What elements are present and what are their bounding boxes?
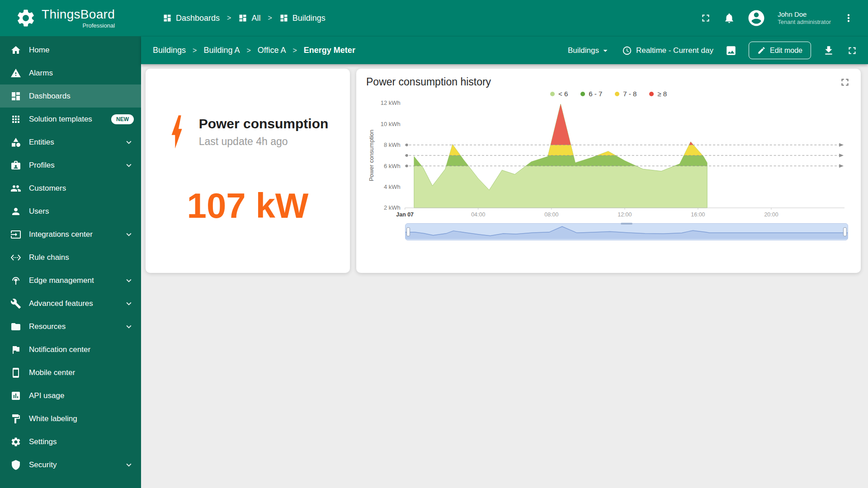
sidebar-item-label: Rule chains xyxy=(29,253,134,262)
breadcrumb-label: All xyxy=(251,14,260,23)
download-button[interactable] xyxy=(823,45,835,56)
fullscreen-button[interactable] xyxy=(700,12,712,24)
legend-item-8[interactable]: ≥ 8 xyxy=(649,90,667,98)
sidebar-item-profiles[interactable]: Profiles xyxy=(0,154,141,177)
legend-dot xyxy=(580,92,585,96)
widget-expand-button[interactable] xyxy=(839,76,851,88)
chevron-down-icon xyxy=(124,160,134,170)
settings-icon xyxy=(10,436,21,447)
dashboard-breadcrumb-item-buildings[interactable]: Buildings xyxy=(153,46,186,55)
legend-item-6[interactable]: < 6 xyxy=(550,90,568,98)
sidebar-item-edge-management[interactable]: Edge management xyxy=(0,269,141,292)
top-breadcrumb-item-all[interactable]: All xyxy=(238,14,260,23)
svg-text:04:00: 04:00 xyxy=(471,211,485,218)
power-consumption-widget: Power consumption Last update 4h ago 107… xyxy=(146,69,350,273)
sidebar-item-label: Dashboards xyxy=(29,92,134,101)
sidebar-item-home[interactable]: Home xyxy=(0,38,141,61)
sidebar-item-label: Resources xyxy=(29,322,116,331)
sidebar-item-dashboards[interactable]: Dashboards xyxy=(0,84,141,108)
notifications-button[interactable] xyxy=(723,12,735,24)
svg-text:20:00: 20:00 xyxy=(764,211,778,218)
sidebar-item-entities[interactable]: Entities xyxy=(0,131,141,154)
chevron-down-icon xyxy=(124,460,134,470)
dashboards-icon xyxy=(238,14,247,23)
sidebar-item-label: Security xyxy=(29,460,116,469)
dashboard-content: Power consumption Last update 4h ago 107… xyxy=(141,64,868,488)
dashboard-breadcrumb-item-office-a[interactable]: Office A xyxy=(258,46,286,55)
chevron-down-icon xyxy=(124,276,134,286)
sidebar-item-settings[interactable]: Settings xyxy=(0,430,141,453)
sidebar-item-label: Edge management xyxy=(29,276,116,285)
legend-label: < 6 xyxy=(558,90,568,98)
sidebar-item-advanced-features[interactable]: Advanced features xyxy=(0,292,141,315)
sidebar: HomeAlarmsDashboardsSolution templatesNE… xyxy=(0,36,141,488)
legend-dot xyxy=(550,92,555,96)
sidebar-item-mobile-center[interactable]: Mobile center xyxy=(0,361,141,384)
sidebar-item-users[interactable]: Users xyxy=(0,200,141,223)
legend-item-7-8[interactable]: 7 - 8 xyxy=(615,90,637,98)
chevron-down-icon xyxy=(124,137,134,147)
breadcrumb-separator: > xyxy=(193,47,197,55)
sidebar-item-label: Advanced features xyxy=(29,299,116,308)
people-icon xyxy=(10,183,21,194)
person-icon xyxy=(10,206,21,217)
sidebar-item-customers[interactable]: Customers xyxy=(0,177,141,200)
paint-icon xyxy=(10,413,21,424)
dashboard-breadcrumb-item-building-a[interactable]: Building A xyxy=(203,46,240,55)
input-icon xyxy=(10,229,21,240)
dashboard-toolbar: Buildings>Building A>Office A>Energy Met… xyxy=(141,36,868,64)
sidebar-item-label: Alarms xyxy=(29,69,134,78)
brush-notch[interactable] xyxy=(621,223,632,225)
sidebar-item-security[interactable]: Security xyxy=(0,453,141,476)
app-name: ThingsBoard xyxy=(42,7,115,22)
sidebar-item-white-labeling[interactable]: White labeling xyxy=(0,407,141,430)
sidebar-item-resources[interactable]: Resources xyxy=(0,315,141,338)
sidebar-item-label: Notification center xyxy=(29,345,134,354)
home-icon xyxy=(10,45,21,56)
smartphone-icon xyxy=(10,367,21,378)
image-gallery-button[interactable] xyxy=(725,45,737,56)
flag-icon xyxy=(10,344,21,355)
sidebar-item-api-usage[interactable]: API usage xyxy=(0,384,141,407)
timewindow-button[interactable]: Realtime - Current day xyxy=(622,46,713,56)
brush-handle-right[interactable] xyxy=(843,227,847,236)
chart-time-brush[interactable] xyxy=(405,223,848,240)
more-menu-button[interactable] xyxy=(843,12,854,24)
toolbar-fullscreen-button[interactable] xyxy=(846,45,858,56)
new-badge: NEW xyxy=(111,114,134,124)
top-breadcrumb-item-dashboards[interactable]: Dashboards xyxy=(163,14,220,23)
folder-icon xyxy=(10,321,21,332)
dashboards-icon xyxy=(163,14,172,23)
lightning-bolt-icon xyxy=(167,114,188,150)
legend-label: 6 - 7 xyxy=(589,90,602,98)
user-avatar[interactable] xyxy=(747,9,766,28)
sidebar-item-label: Customers xyxy=(29,184,134,193)
user-info[interactable]: John Doe Tenant administrator xyxy=(778,10,831,26)
user-role: Tenant administrator xyxy=(778,19,831,26)
app-logo[interactable]: ThingsBoard Professional xyxy=(0,7,141,29)
chevron-down-icon xyxy=(124,322,134,332)
sidebar-item-rule-chains[interactable]: Rule chains xyxy=(0,246,141,269)
edit-mode-button[interactable]: Edit mode xyxy=(749,42,811,59)
dashboard-breadcrumb: Buildings>Building A>Office A>Energy Met… xyxy=(153,46,355,55)
logo-text: ThingsBoard Professional xyxy=(42,7,115,29)
brush-handle-left[interactable] xyxy=(406,227,410,236)
power-widget-titles: Power consumption Last update 4h ago xyxy=(199,116,329,148)
sidebar-item-label: Users xyxy=(29,207,134,216)
power-widget-title: Power consumption xyxy=(199,116,329,131)
category-icon xyxy=(10,137,21,148)
sidebar-item-notification-center[interactable]: Notification center xyxy=(0,338,141,361)
power-history-chart[interactable]: 2 kWh4 kWh6 kWh8 kWh10 kWh12 kWhJan 0704… xyxy=(366,99,851,220)
edge-icon xyxy=(10,275,21,286)
dashboard-breadcrumb-item-energy-meter[interactable]: Energy Meter xyxy=(304,46,355,55)
ethernet-icon xyxy=(10,252,21,263)
sidebar-item-integrations-center[interactable]: Integrations center xyxy=(0,223,141,246)
shield-icon xyxy=(10,460,21,470)
sidebar-item-alarms[interactable]: Alarms xyxy=(0,61,141,84)
sidebar-item-label: White labeling xyxy=(29,414,134,423)
sidebar-item-solution-templates[interactable]: Solution templatesNEW xyxy=(0,108,141,131)
legend-label: 7 - 8 xyxy=(623,90,637,98)
dashboard-state-select[interactable]: Buildings xyxy=(568,46,610,56)
legend-item-6-7[interactable]: 6 - 7 xyxy=(580,90,602,98)
top-breadcrumb-item-buildings[interactable]: Buildings xyxy=(279,14,326,23)
